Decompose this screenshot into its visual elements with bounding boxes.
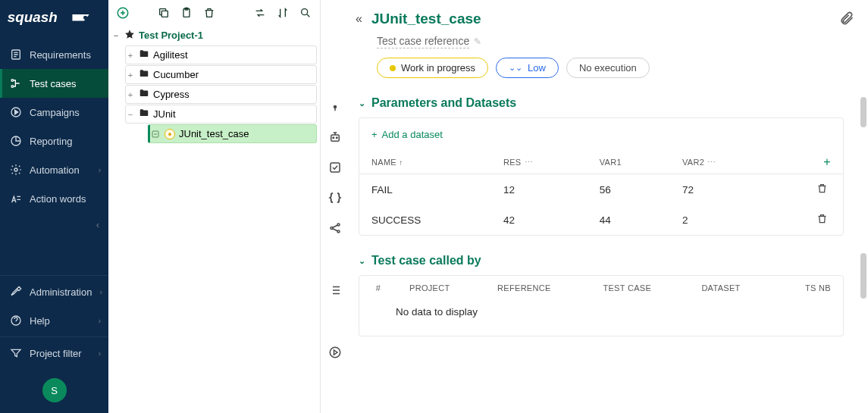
logo: squash [0,0,108,40]
section-called-by: ⌄ Test case called by # PROJECT REFERENC… [359,254,844,336]
tree-project[interactable]: − Test Project-1 [111,26,317,45]
datasets-table: NAME ↑ RES⋯ VAR1 VAR2⋯ + FAIL 12 56 72 [359,151,843,235]
svg-point-1 [83,16,87,20]
nav-label: Campaigns [30,107,101,118]
section-header[interactable]: ⌄ Test case called by [359,254,844,268]
expand-icon[interactable]: + [126,70,135,80]
section-title: Parameters and Datasets [371,96,516,110]
section-header[interactable]: ⌄ Parameters and Datasets [359,96,844,110]
expand-icon[interactable]: + [126,51,135,60]
chevron-double-down-icon: ⌄⌄ [509,63,522,73]
collapse-icon[interactable]: − [126,110,135,119]
requirements-icon [10,48,22,61]
tree-folder[interactable]: + Agilitest [125,45,317,64]
svg-point-18 [337,137,338,139]
col-project[interactable]: PROJECT [397,276,485,300]
folder-label: Agilitest [153,49,188,61]
automation-icon [10,164,22,176]
main-header: « JUnit_test_case [356,11,847,27]
folder-icon [139,108,149,120]
scrollbar[interactable] [860,97,866,127]
col-reference[interactable]: REFERENCE [485,276,591,300]
importance-pill[interactable]: ⌄⌄Low [496,58,559,78]
table-row[interactable]: FAIL 12 56 72 [359,174,843,205]
tree: − Test Project-1 + Agilitest + Cucumber … [108,26,320,143]
swap-icon[interactable] [253,6,267,20]
nav-campaigns[interactable]: Campaigns [0,98,108,127]
svg-point-21 [337,224,340,226]
copy-icon[interactable] [157,6,171,20]
folder-label: JUnit [153,108,176,120]
reference-row[interactable]: Test case reference ✎ [377,35,847,48]
expand-icon[interactable]: + [126,90,135,99]
chevron-right-icon: › [99,317,101,325]
sort-icon[interactable] [276,6,290,20]
no-data-label: No data to display [359,300,843,336]
attachment-icon[interactable] [839,11,854,29]
filter-icon [10,347,22,359]
checklist-icon[interactable] [327,159,343,176]
play-icon[interactable] [327,344,343,361]
more-icon[interactable]: ⋯ [525,158,533,167]
more-icon[interactable]: ⋯ [707,158,716,167]
svg-rect-10 [161,11,168,17]
testcase-label: JUnit_test_case [179,128,249,139]
svg-point-22 [337,230,340,233]
table-row[interactable]: SUCCESS 42 44 2 [359,205,843,235]
tree-folder[interactable]: + Cucumber [125,65,317,84]
nav-test-cases[interactable]: Test cases [0,69,108,98]
search-icon[interactable] [299,6,312,20]
col-var2[interactable]: VAR2⋯ [670,151,774,174]
info-icon[interactable] [327,99,343,115]
add-icon[interactable] [116,6,130,20]
tree-folder[interactable]: − JUnit [125,105,317,124]
chevron-right-icon: › [99,349,101,358]
delete-row-button[interactable] [816,183,828,194]
chevron-right-icon: › [99,166,101,174]
col-tsnb[interactable]: TS NB [775,276,843,300]
user-avatar[interactable]: S [42,378,67,402]
execution-pill[interactable]: No execution [566,58,650,78]
add-column-button[interactable]: + [774,151,843,174]
svg-point-23 [330,347,340,358]
collapse-sidebar[interactable]: ‹ [0,213,108,236]
status-pill[interactable]: Work in progress [377,58,488,78]
nav-reporting[interactable]: Reporting [0,127,108,155]
folder-icon [139,88,149,101]
braces-icon[interactable] [327,189,343,206]
nav-action-words[interactable]: Action words [0,184,108,213]
section-parameters: ⌄ Parameters and Datasets + Add a datase… [359,96,844,236]
svg-point-17 [333,137,334,139]
delete-icon[interactable] [202,6,216,20]
col-num[interactable]: # [359,276,397,300]
nav-help[interactable]: Help › [0,306,108,335]
tree-folder[interactable]: + Cypress [125,85,317,104]
col-name[interactable]: NAME ↑ [359,151,491,174]
col-var1[interactable]: VAR1 [588,151,670,174]
nav-project-filter[interactable]: Project filter › [0,339,108,368]
nav-label: Requirements [30,49,101,61]
svg-point-4 [11,86,14,88]
nav-administration[interactable]: Administration › [0,277,108,306]
delete-row-button[interactable] [816,213,828,224]
nav-label: Help [30,315,91,327]
col-res[interactable]: RES⋯ [491,151,588,174]
col-testcase[interactable]: TEST CASE [591,276,689,300]
sidebar: squash Requirements Test cases Campaigns… [0,0,108,413]
back-button[interactable]: « [356,12,362,26]
nav-requirements[interactable]: Requirements [0,40,108,69]
robot-icon[interactable] [327,129,343,145]
admin-icon [10,286,22,298]
scrollbar[interactable] [860,253,866,299]
add-dataset-button[interactable]: + Add a dataset [359,118,843,151]
nav-automation[interactable]: Automation › [0,155,108,184]
col-dataset[interactable]: DATASET [689,276,775,300]
tree-testcase-selected[interactable]: ● JUnit_test_case [148,124,317,143]
chevron-down-icon: ⌄ [359,256,365,266]
datasets-panel: + Add a dataset NAME ↑ RES⋯ VAR1 VAR2⋯ +… [359,117,844,236]
section-title: Test case called by [371,254,481,268]
list-icon[interactable] [327,282,343,299]
collapse-icon[interactable]: − [111,31,121,40]
share-icon[interactable] [327,220,343,236]
paste-icon[interactable] [180,6,193,20]
